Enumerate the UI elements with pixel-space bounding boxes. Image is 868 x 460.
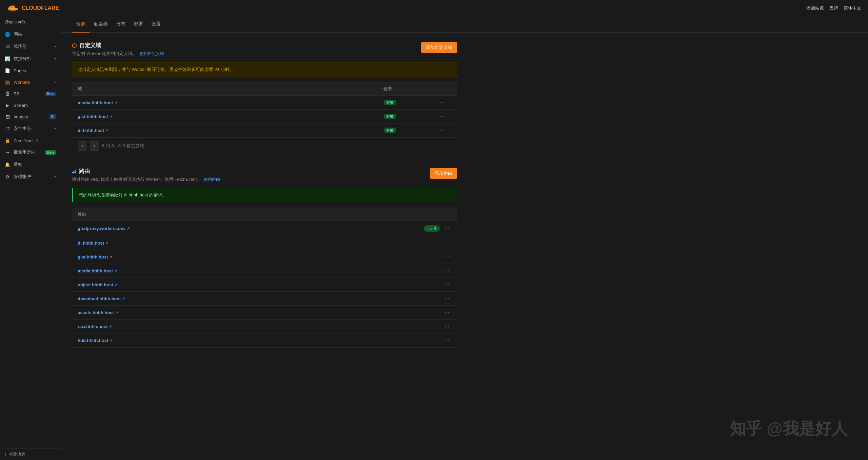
support-btn[interactable]: 支持	[829, 5, 838, 11]
arrow-icon-analytics: ▾	[54, 57, 56, 61]
sidebar-item-stream[interactable]: ▶ Stream	[0, 99, 61, 111]
next-page-btn[interactable]: ›	[90, 141, 99, 151]
col-domain-header: 域	[78, 86, 383, 92]
routes-link[interactable]: 使用路由	[204, 177, 220, 183]
add-custom-domain-btn[interactable]: 添加自定义域	[421, 42, 457, 53]
route-link-3[interactable]: gist.hhhh.host ↗	[78, 254, 443, 260]
route-link-2[interactable]: dl.hhhh.host ↗	[78, 241, 443, 246]
col-cert-header: 证书	[383, 86, 438, 92]
sidebar-item-pages[interactable]: 📄 Pages	[0, 65, 61, 76]
lock-icon: 🔒	[5, 138, 10, 143]
pages-icon: 📄	[5, 68, 10, 73]
sidebar-item-bulk-redirect[interactable]: ↪ 批量重定向 Beta	[0, 146, 61, 158]
language-btn[interactable]: 简体中文	[844, 5, 861, 11]
prev-page-btn[interactable]: ‹	[78, 141, 87, 151]
custom-domain-title: ⬡ 自定义域	[72, 42, 164, 49]
svg-rect-1	[8, 8, 18, 9]
add-site-btn[interactable]: 添加站点	[806, 5, 824, 11]
route-row-6: download.hhhh.host ↗ ···	[72, 292, 457, 306]
sidebar-label-stream: Stream	[14, 103, 56, 108]
main-content: 资源 触发器 日志 部署 设置 ⬡ 自定义域 将您的 Worker 连接到自定义…	[61, 16, 868, 460]
ext-icon-r8: ↗	[109, 325, 112, 328]
sidebar-item-notify[interactable]: 🔔 通知	[0, 158, 61, 171]
routes-icon: ⇄	[72, 168, 76, 175]
actions-cell-2: ···	[438, 113, 451, 119]
stream-icon: ▶	[5, 102, 10, 108]
domain-link-2[interactable]: gist.hhhh.host ↗	[78, 114, 383, 119]
custom-domain-link[interactable]: 使用自定义域	[140, 51, 164, 57]
route-actions-9: ···	[443, 337, 451, 343]
row-menu-btn-1[interactable]: ···	[438, 99, 446, 106]
sidebar-item-domain-reg[interactable]: 🏷 域注册 ▾	[0, 40, 61, 53]
sidebar-item-site[interactable]: 🌐 网站	[0, 28, 61, 40]
custom-domain-title-group: ⬡ 自定义域 将您的 Worker 连接到自定义域。 使用自定义域	[72, 42, 164, 57]
domain-link-3[interactable]: dl.hhhh.host ↗	[78, 128, 383, 133]
ext-icon-r4: ↗	[114, 269, 117, 273]
sidebar-item-manage[interactable]: ⚙ 管理帐户 ▾	[0, 171, 61, 183]
custom-domain-header: ⬡ 自定义域 将您的 Worker 连接到自定义域。 使用自定义域 添加自定义域	[72, 42, 457, 57]
route-menu-btn-6[interactable]: ···	[443, 295, 451, 302]
route-actions-4: ···	[443, 268, 451, 274]
cloudflare-logo	[7, 4, 19, 12]
route-menu-btn-4[interactable]: ···	[443, 267, 451, 274]
sidebar: @qq.com's ... 🌐 网站 🏷 域注册 ▾ 📊 数据分析 ▾ 📄 Pa…	[0, 16, 61, 460]
table-row: media.hhhh.host ↗ 有效 ···	[72, 96, 457, 110]
route-menu-btn-9[interactable]: ···	[443, 337, 451, 344]
ext-icon-r9: ↗	[110, 339, 112, 342]
route-menu-btn-8[interactable]: ···	[443, 323, 451, 330]
route-link-1[interactable]: gh.dproxy.workers.dev ↗	[78, 226, 423, 231]
actions-cell-3: ···	[438, 127, 451, 133]
route-row-1: gh.dproxy.workers.dev ↗ 已启用 ···	[72, 221, 457, 236]
row-menu-btn-2[interactable]: ···	[438, 113, 446, 120]
sidebar-item-r2[interactable]: 🗄 R2 Beta	[0, 88, 61, 99]
topbar: CLOUDFLARE 添加站点 支持 简体中文	[0, 0, 868, 16]
external-link-icon-2: ↗	[110, 115, 112, 118]
sidebar-label-bulk-redirect: 批量重定向	[14, 149, 42, 155]
route-menu-btn-2[interactable]: ···	[443, 239, 451, 246]
route-link-5[interactable]: object.hhhh.host ↗	[78, 282, 443, 287]
route-row-4: media.hhhh.host ↗ ···	[72, 264, 457, 278]
sidebar-label-zero-trust: Zero Trust ↗	[14, 138, 56, 143]
routes-table-header: 路由	[72, 208, 457, 221]
tab-settings[interactable]: 设置	[147, 16, 165, 33]
topbar-actions: 添加站点 支持 简体中文	[806, 5, 861, 11]
route-link-9[interactable]: hub.hhhh.host ↗	[78, 338, 443, 343]
row-menu-btn-3[interactable]: ···	[438, 127, 446, 134]
route-menu-btn-1[interactable]: ···	[443, 225, 451, 232]
route-link-6[interactable]: download.hhhh.host ↗	[78, 296, 443, 301]
redirect-icon: ↪	[5, 150, 10, 155]
ext-icon-r2: ↗	[105, 241, 108, 245]
routes-section: ⇄ 路由 通过路由 URL 模式上触发的请求执行 Worker。使用 Fetch…	[72, 168, 457, 348]
arrow-icon-workers: ▾	[54, 80, 56, 84]
sidebar-item-analytics[interactable]: 📊 数据分析 ▾	[0, 53, 61, 65]
sidebar-item-images[interactable]: 🖼 Images 新	[0, 111, 61, 122]
sidebar-item-security[interactable]: 🛡 安全中心 ▾	[0, 122, 61, 135]
route-link-8[interactable]: raw.hhhh.host ↗	[78, 324, 443, 329]
route-link-4[interactable]: media.hhhh.host ↗	[78, 268, 443, 273]
tab-deploy[interactable]: 部署	[130, 16, 147, 33]
sidebar-label-manage: 管理帐户	[14, 174, 51, 180]
domain-link-1[interactable]: media.hhhh.host ↗	[78, 100, 383, 105]
route-link-7[interactable]: assets.hhhh.host ↗	[78, 310, 443, 315]
routes-header: ⇄ 路由 通过路由 URL 模式上触发的请求执行 Worker。使用 Fetch…	[72, 168, 457, 183]
arrow-icon-manage: ▾	[54, 175, 56, 179]
route-row-7: assets.hhhh.host ↗ ···	[72, 306, 457, 320]
sidebar-item-workers[interactable]: 💼 Workers ▾	[0, 76, 61, 88]
route-menu-btn-3[interactable]: ···	[443, 253, 451, 260]
tab-logs[interactable]: 日志	[112, 16, 130, 33]
sidebar-item-zero-trust[interactable]: 🔒 Zero Trust ↗	[0, 135, 61, 146]
workers-icon: 💼	[5, 79, 10, 85]
tab-resources[interactable]: 资源	[72, 16, 90, 33]
add-route-btn[interactable]: 添加路由	[430, 168, 457, 179]
route-cell-5: object.hhhh.host ↗	[78, 282, 443, 287]
database-icon: 🗄	[5, 91, 10, 96]
route-cell-9: hub.hhhh.host ↗	[78, 338, 443, 343]
route-menu-btn-5[interactable]: ···	[443, 281, 451, 288]
routes-title-group: ⇄ 路由 通过路由 URL 模式上触发的请求执行 Worker。使用 Fetch…	[72, 168, 220, 183]
route-menu-btn-7[interactable]: ···	[443, 309, 451, 316]
sidebar-label-analytics: 数据分析	[14, 56, 51, 62]
tab-triggers[interactable]: 触发器	[90, 16, 112, 33]
sidebar-label-site: 网站	[14, 31, 56, 37]
collapse-sidebar-btn[interactable]: ⟨ 折叠边栏	[0, 448, 61, 460]
enabled-badge-1: 已启用	[423, 225, 440, 232]
